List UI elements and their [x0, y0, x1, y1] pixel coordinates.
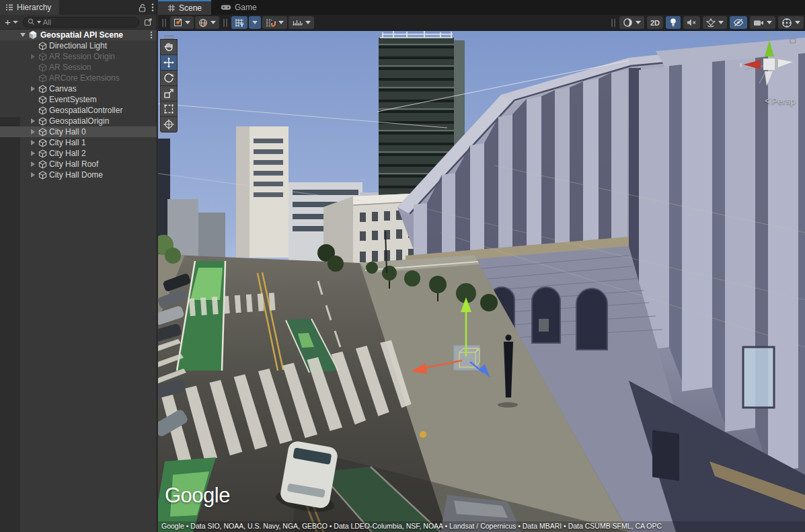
scene-kebab-icon[interactable] — [150, 31, 153, 39]
scene-view-region: Scene Game — [158, 0, 805, 532]
gameobject-cube-icon — [38, 128, 47, 137]
scene-root-label: Geospatial API Scene — [40, 30, 123, 40]
view-hand-tool[interactable] — [160, 39, 178, 55]
hierarchy-item[interactable]: City Hall Roof — [0, 159, 157, 169]
hierarchy-item[interactable]: City Hall Dome — [0, 169, 157, 180]
chevron-down-icon — [13, 21, 18, 24]
camera-icon — [753, 19, 764, 27]
gameobject-cube-icon — [38, 85, 47, 93]
foldout-closed-icon[interactable] — [31, 161, 35, 167]
hierarchy-item-label: AR Session — [49, 63, 91, 72]
gizmo-y-axis[interactable] — [765, 40, 774, 56]
scale-icon — [163, 88, 174, 99]
rotate-tool[interactable] — [160, 70, 178, 86]
foldout-closed-icon[interactable] — [31, 140, 35, 145]
projection-label[interactable]: <Persp — [765, 96, 796, 106]
hierarchy-item-label: Canvas — [49, 84, 77, 93]
hierarchy-item[interactable]: ARCore Extensions — [0, 73, 157, 83]
hierarchy-item[interactable]: Directional Light — [0, 40, 157, 51]
snap-increment-button[interactable] — [289, 16, 314, 29]
gameobject-cube-icon — [38, 52, 47, 61]
lock-icon — [790, 37, 796, 44]
effects-sparkle-icon — [706, 18, 716, 28]
grid-visibility-button[interactable]: Y — [231, 16, 247, 29]
scene-lighting-button[interactable] — [666, 16, 681, 29]
2d-mode-button[interactable]: 2D — [647, 16, 663, 29]
search-filter-caret-icon — [37, 21, 41, 24]
scene-camera-button[interactable] — [750, 16, 775, 29]
list-icon — [5, 3, 13, 11]
gizmo-x-axis[interactable] — [743, 60, 761, 69]
gizmo-cube[interactable] — [763, 59, 775, 70]
chevron-down-icon — [795, 21, 800, 24]
pivot-mode-button[interactable] — [170, 16, 194, 29]
audio-mute-button[interactable] — [683, 16, 700, 29]
gizmo-neg-y-axis[interactable] — [765, 71, 773, 86]
overlay-drag-handle[interactable] — [611, 19, 615, 27]
hierarchy-item[interactable]: EventSystem — [0, 94, 157, 105]
gizmo-neg-x-axis[interactable] — [778, 59, 793, 67]
chevron-down-icon — [767, 21, 772, 24]
hierarchy-item-label: City Hall 2 — [49, 149, 86, 158]
gizmo-y-label: y — [767, 35, 771, 40]
scene-toolbar: Y — [158, 15, 805, 31]
hierarchy-item[interactable]: GeospatialController — [0, 105, 157, 116]
speaker-muted-icon — [687, 18, 697, 27]
foldout-closed-icon[interactable] — [31, 86, 35, 91]
search-value: All — [43, 18, 51, 26]
snap-settings-button[interactable] — [262, 16, 287, 29]
overlay-drag-handle[interactable] — [223, 19, 227, 27]
tab-hierarchy[interactable]: Hierarchy — [0, 0, 59, 15]
kebab-menu-icon[interactable] — [151, 3, 154, 12]
chevron-down-icon — [210, 21, 216, 24]
foldout-open-icon[interactable] — [20, 33, 26, 37]
hierarchy-item[interactable]: City Hall 0 — [0, 126, 157, 137]
hierarchy-tree: Geospatial API Scene Directional Light A… — [0, 30, 157, 532]
scene-tab-label: Scene — [179, 3, 202, 13]
rect-tool[interactable] — [160, 101, 178, 117]
scene-viewport[interactable]: y x <Persp Google Google • Data SIO, NOA… — [158, 31, 805, 532]
scene-root-row[interactable]: Geospatial API Scene — [0, 30, 157, 40]
hierarchy-toolbar: + All — [0, 15, 157, 30]
tab-game[interactable]: Game — [211, 0, 266, 15]
light-bulb-icon — [669, 17, 677, 28]
hierarchy-item[interactable]: City Hall 1 — [0, 137, 157, 148]
scale-tool[interactable] — [160, 85, 178, 102]
create-object-button[interactable]: + — [3, 16, 20, 28]
foldout-closed-icon[interactable] — [31, 151, 35, 156]
tools-overlay — [160, 35, 178, 132]
transform-tool[interactable] — [160, 116, 178, 132]
scene-visibility-button[interactable] — [730, 16, 747, 29]
foldout-closed-icon[interactable] — [31, 54, 35, 59]
draw-mode-button[interactable] — [619, 16, 644, 29]
move-icon — [163, 57, 174, 68]
gamepad-icon — [221, 4, 231, 11]
hierarchy-item[interactable]: AR Session — [0, 62, 157, 73]
tab-scene[interactable]: Scene — [158, 0, 211, 15]
overlay-drag-handle[interactable] — [162, 19, 166, 27]
google-watermark: Google — [165, 484, 230, 508]
hierarchy-item[interactable]: GeospatialOrigin — [0, 116, 157, 126]
grid-visibility-dropdown[interactable] — [249, 16, 261, 29]
hierarchy-item-label: AR Session Origin — [49, 52, 115, 61]
foldout-closed-icon[interactable] — [31, 172, 35, 178]
unlock-icon[interactable] — [139, 3, 146, 12]
foldout-closed-icon[interactable] — [31, 118, 35, 124]
hierarchy-tab-label: Hierarchy — [17, 3, 51, 12]
gizmos-toggle-button[interactable] — [778, 16, 804, 29]
move-tool[interactable] — [160, 54, 178, 71]
hierarchy-search-input[interactable]: All — [23, 17, 139, 28]
2d-mode-label: 2D — [650, 19, 660, 27]
orientation-mode-button[interactable] — [195, 16, 219, 29]
hierarchy-item-label: ARCore Extensions — [49, 73, 120, 83]
chevron-down-icon — [305, 21, 311, 24]
globe-icon — [198, 18, 208, 28]
hierarchy-item[interactable]: City Hall 2 — [0, 148, 157, 159]
hierarchy-item[interactable]: Canvas — [0, 83, 157, 94]
window-picker-button[interactable] — [142, 17, 154, 26]
chevron-down-icon — [636, 21, 641, 24]
foldout-closed-icon[interactable] — [31, 129, 35, 135]
hierarchy-item-label: GeospatialOrigin — [49, 116, 109, 126]
hierarchy-item[interactable]: AR Session Origin — [0, 51, 157, 62]
effects-toggle-button[interactable] — [703, 16, 727, 29]
